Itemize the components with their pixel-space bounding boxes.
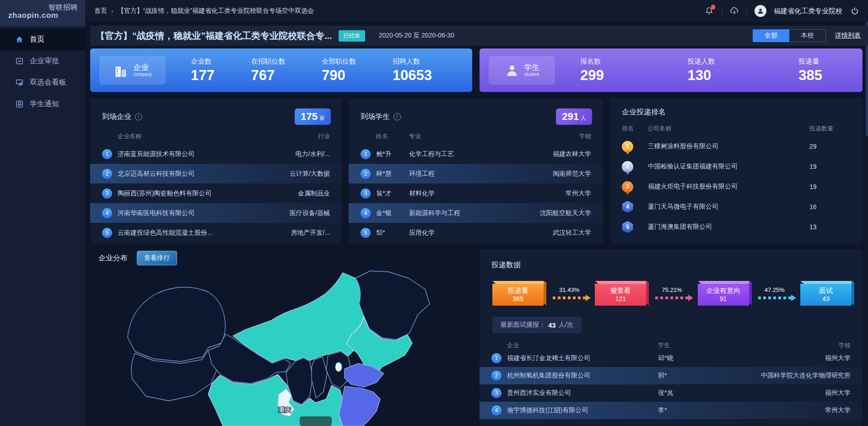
- delivery-funnel: 投递量 385 31.43% 被查看 121 75.21% 企业有意向 91 4…: [492, 284, 852, 306]
- divider: [722, 7, 722, 15]
- sidebar-nav: 首页 企业审批 双选会看板 学生通知: [0, 29, 85, 115]
- table-row[interactable]: 3 陶丽西(苏州)陶瓷釉色料有限公司 金属制品业: [90, 183, 342, 203]
- table-row[interactable]: 3 翁*才 材料化学 常州大学: [349, 183, 603, 203]
- student-stat-columns: 报名数 299 投递人数 130 投递量 385: [555, 57, 850, 84]
- toggle-school-button[interactable]: 本校: [789, 29, 826, 42]
- map-tooltip: [300, 416, 332, 426]
- status-badge: 已结束: [339, 30, 365, 42]
- map-region-shanxi[interactable]: [312, 357, 327, 398]
- interview-rows: 1 福建省长汀金龙稀土有限公司 邱*晓 福州大学 2 杭州制氧机集团股份有限公司…: [480, 350, 863, 419]
- table-row[interactable]: 4 河南华南医电科技有限公司 医疗设备/器械: [90, 203, 342, 223]
- view-ranking-button[interactable]: 查看排行: [137, 251, 177, 265]
- notification-dot: [711, 5, 715, 10]
- map-label-chongqing: 重庆: [279, 406, 291, 413]
- logo-en-text: zhaopin.com: [8, 11, 58, 20]
- dashed-arrow-icon: [655, 297, 688, 299]
- distribution-header: 企业分布 查看排行: [98, 251, 177, 265]
- info-icon[interactable]: [394, 113, 401, 120]
- rank-badge: 5: [361, 228, 371, 238]
- delivery-data-panel: 投递数据 投递量 385 31.43% 被查看 121 75.21% 企业有意向…: [480, 249, 863, 426]
- toggle-all-button[interactable]: 全部: [753, 29, 789, 42]
- home-icon: [15, 35, 24, 44]
- sidebar-item-fair-board[interactable]: 双选会看板: [0, 72, 85, 93]
- person-icon: [504, 63, 520, 78]
- table-row[interactable]: 1 济南蓝辰能源技术有限公司 电力/水利/...: [90, 144, 342, 164]
- breadcrumb-home[interactable]: 首页: [94, 7, 107, 15]
- table-header: 姓名 专业 学校: [349, 132, 603, 140]
- dashboard-app: 智联招聘 zhaopin.com 首页 企业审批 双选会看板 学生通知: [0, 0, 868, 426]
- username[interactable]: 福建省化工类专业院校: [774, 7, 842, 16]
- power-icon[interactable]: [850, 6, 860, 16]
- rank-badge: 2: [491, 371, 501, 381]
- table-row[interactable]: 2 杭州制氧机集团股份有限公司 郭* 中国科学院大连化学物理研究所: [480, 367, 863, 384]
- student-icon-tile: 学生 student: [489, 56, 555, 85]
- table-row[interactable]: 3 贵州西洋实业有限公司 张*兆 福州大学: [480, 384, 863, 402]
- zhaopin-logo[interactable]: 智联招聘 zhaopin.com: [0, 0, 85, 26]
- sidebar-item-home[interactable]: 首页: [0, 29, 85, 50]
- breadcrumb-current: 【官方】“战疫情，稳就业”福建省化工类专业院校联合专场空中双选会: [118, 7, 314, 15]
- page-scrollbar[interactable]: [866, 22, 868, 426]
- notice-bell-icon: [15, 100, 24, 108]
- rank-badge: 3: [102, 189, 112, 199]
- user-avatar[interactable]: [755, 5, 766, 17]
- map-region-jiangsu-zhejiang[interactable]: [339, 386, 380, 426]
- card-label: 学生: [524, 64, 540, 72]
- table-row[interactable]: 1 三棵树涂料股份有限公司 29: [610, 136, 863, 156]
- event-title: 【官方】“战疫情，稳就业”福建省化工类专业院校联合专...: [96, 30, 332, 42]
- info-icon[interactable]: [135, 113, 142, 120]
- header-controls: 全部 本校 详情列表: [753, 29, 861, 42]
- table-row[interactable]: 5 邹* 应用化学 武汉轻工大学: [349, 223, 603, 243]
- funnel-step-applications: 投递量 385: [492, 284, 544, 306]
- table-row[interactable]: 4 金*银 新能源科学与工程 沈阳航空航天大学: [349, 203, 603, 223]
- company-stat-columns: 企业数 177 在招职位数 767 全部职位数 790 招聘人数 10653: [166, 57, 459, 84]
- bronze-medal-icon: 3: [622, 181, 633, 193]
- board-check-icon: [15, 78, 24, 87]
- cloud-download-icon[interactable]: [729, 6, 739, 16]
- stat-hiring-headcount: 招聘人数 10653: [393, 57, 432, 84]
- table-row[interactable]: 1 福建省长汀金龙稀土有限公司 邱*晓 福州大学: [480, 350, 863, 367]
- company-rows: 1 济南蓝辰能源技术有限公司 电力/水利/... 2 北京迈高材云科技有限公司 …: [90, 144, 342, 243]
- china-map[interactable]: 重庆: [90, 265, 477, 426]
- sidebar-item-company-approval[interactable]: 企业审批: [0, 50, 85, 72]
- detail-list-link[interactable]: 详情列表: [835, 32, 861, 40]
- rank-badge: 3: [491, 388, 501, 398]
- student-rows: 1 鲍*升 化学工程与工艺 福建农林大学 2 林*慧 环境工程 闽南师范大学 3…: [349, 144, 603, 243]
- panel-title: 到场企业: [102, 112, 131, 122]
- table-row[interactable]: 3 福建火炬电子科技股份有限公司 19: [610, 177, 863, 197]
- rank-badge: 5: [102, 228, 112, 238]
- sidebar-item-label: 企业审批: [30, 56, 59, 66]
- table-row[interactable]: 2 中国检验认证集团福建有限公司 19: [610, 156, 863, 177]
- funnel-rate: 75.21%: [655, 286, 688, 299]
- rank-gem-icon: 5: [622, 221, 633, 233]
- table-row[interactable]: 5 云南建投绿色高性能混凝土股份... 房地产开发/...: [90, 223, 342, 243]
- map-region-inner-mongolia[interactable]: [233, 273, 364, 362]
- table-row[interactable]: 2 林*慧 环境工程 闽南师范大学: [349, 164, 603, 183]
- rank-badge: 3: [361, 189, 371, 199]
- notification-bell-icon[interactable]: [704, 6, 714, 16]
- map-region-beijing[interactable]: [335, 362, 342, 372]
- table-row[interactable]: 4 厦门天马微电子有限公司 16: [610, 197, 863, 217]
- silver-medal-icon: 2: [622, 161, 633, 173]
- table-row[interactable]: 4 瀚宇博德科技(江阴)有限公司 李* 常州大学: [480, 402, 863, 419]
- company-distribution-map[interactable]: 重庆: [90, 265, 477, 426]
- distribution-title: 企业分布: [98, 253, 128, 263]
- table-row[interactable]: 5 厦门海澳集团有限公司 13: [610, 217, 863, 237]
- funnel-rate: 31.43%: [553, 286, 586, 299]
- event-date-range: 2020-05-20 至 2020-06-30: [379, 32, 454, 40]
- gold-medal-icon: 1: [622, 141, 633, 152]
- breadcrumb: 首页 › 【官方】“战疫情，稳就业”福建省化工类专业院校联合专场空中双选会: [94, 7, 314, 15]
- company-ranking-panel: 企业投递排名 排名 公司名称 投递数量 1 三棵树涂料股份有限公司 29 2 中…: [610, 98, 863, 243]
- sidebar-item-student-notice[interactable]: 学生通知: [0, 93, 85, 115]
- table-header: 企业 学生 学校: [480, 341, 863, 350]
- rank-badge: 4: [361, 208, 371, 218]
- rank-gem-icon: 4: [622, 201, 633, 213]
- student-count-badge: 291 人: [556, 108, 592, 125]
- funnel-rate: 47.25%: [758, 286, 791, 299]
- interview-broadcast: 最新面试播报： 43 人/次: [492, 317, 582, 333]
- rank-badge: 1: [491, 353, 501, 363]
- panel-title: 到场学生: [361, 112, 390, 122]
- table-row[interactable]: 1 鲍*升 化学工程与工艺 福建农林大学: [349, 144, 603, 164]
- rank-badge: 2: [102, 169, 112, 179]
- table-row[interactable]: 2 北京迈高材云科技有限公司 云计算/大数据: [90, 164, 342, 183]
- stat-open-positions: 在招职位数 767: [251, 57, 285, 84]
